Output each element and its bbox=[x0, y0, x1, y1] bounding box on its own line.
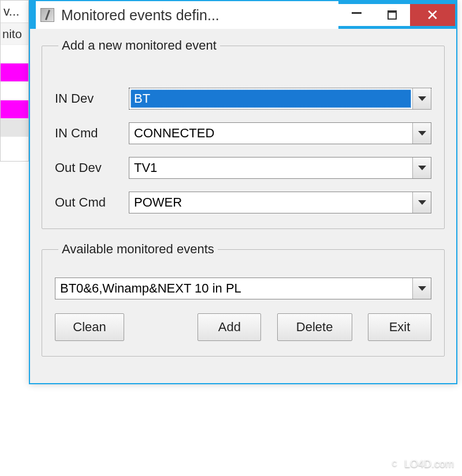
window-controls bbox=[338, 4, 410, 26]
copyright-icon: C bbox=[388, 458, 401, 470]
bg-row bbox=[1, 118, 28, 137]
in-cmd-value: CONNECTED bbox=[129, 123, 412, 144]
maximize-button[interactable] bbox=[374, 4, 410, 26]
available-events-legend: Available monitored events bbox=[58, 242, 218, 257]
exit-button[interactable]: Exit bbox=[368, 313, 431, 341]
bg-title-fragment: v... bbox=[1, 1, 28, 23]
chevron-down-icon[interactable] bbox=[412, 123, 431, 144]
button-row: Clean Add Delete Exit bbox=[55, 313, 431, 341]
add-event-group: Add a new monitored event IN Dev BT IN C… bbox=[42, 38, 445, 229]
bg-row bbox=[1, 81, 28, 100]
chevron-down-icon[interactable] bbox=[412, 88, 431, 109]
clean-button[interactable]: Clean bbox=[55, 313, 124, 341]
bg-row bbox=[1, 44, 28, 63]
chevron-down-icon[interactable] bbox=[412, 158, 431, 178]
out-cmd-combo[interactable]: POWER bbox=[129, 192, 431, 213]
out-cmd-label: Out Cmd bbox=[55, 195, 129, 210]
available-events-value: BT0&6,Winamp&NEXT 10 in PL bbox=[55, 278, 412, 299]
in-dev-value: BT bbox=[131, 89, 411, 108]
minimize-button[interactable] bbox=[338, 4, 374, 26]
out-dev-combo[interactable]: TV1 bbox=[129, 157, 431, 179]
out-dev-row: Out Dev TV1 bbox=[55, 157, 431, 179]
in-cmd-row: IN Cmd CONNECTED bbox=[55, 122, 431, 144]
add-event-legend: Add a new monitored event bbox=[58, 38, 220, 53]
available-events-group: Available monitored events BT0&6,Winamp&… bbox=[42, 242, 445, 357]
out-dev-label: Out Dev bbox=[55, 160, 129, 175]
add-button[interactable]: Add bbox=[198, 313, 261, 341]
delete-button[interactable]: Delete bbox=[277, 313, 352, 341]
in-cmd-label: IN Cmd bbox=[55, 126, 129, 141]
close-button[interactable]: ✕ bbox=[410, 4, 455, 26]
watermark-text: LO4D.com bbox=[404, 458, 454, 470]
titlebar-content: Monitored events defin... bbox=[36, 1, 338, 29]
in-cmd-combo[interactable]: CONNECTED bbox=[129, 122, 431, 144]
in-dev-combo[interactable]: BT bbox=[129, 88, 431, 110]
app-icon bbox=[40, 8, 54, 22]
out-cmd-row: Out Cmd POWER bbox=[55, 192, 431, 213]
bg-row bbox=[1, 63, 28, 81]
available-events-combo[interactable]: BT0&6,Winamp&NEXT 10 in PL bbox=[55, 278, 431, 299]
titlebar[interactable]: Monitored events defin... ✕ bbox=[30, 1, 456, 29]
watermark: C LO4D.com bbox=[388, 458, 454, 470]
in-dev-row: IN Dev BT bbox=[55, 88, 431, 110]
dialog-body: Add a new monitored event IN Dev BT IN C… bbox=[30, 29, 456, 383]
monitored-events-dialog: Monitored events defin... ✕ Add a new mo… bbox=[29, 0, 457, 384]
background-window: v... nito bbox=[0, 0, 29, 162]
chevron-down-icon[interactable] bbox=[412, 278, 431, 299]
out-cmd-value: POWER bbox=[129, 192, 412, 213]
bg-row bbox=[1, 100, 28, 118]
in-dev-label: IN Dev bbox=[55, 91, 129, 106]
window-title: Monitored events defin... bbox=[61, 7, 219, 24]
chevron-down-icon[interactable] bbox=[412, 192, 431, 213]
out-dev-value: TV1 bbox=[129, 158, 412, 178]
bg-tab-fragment: nito bbox=[1, 23, 28, 44]
